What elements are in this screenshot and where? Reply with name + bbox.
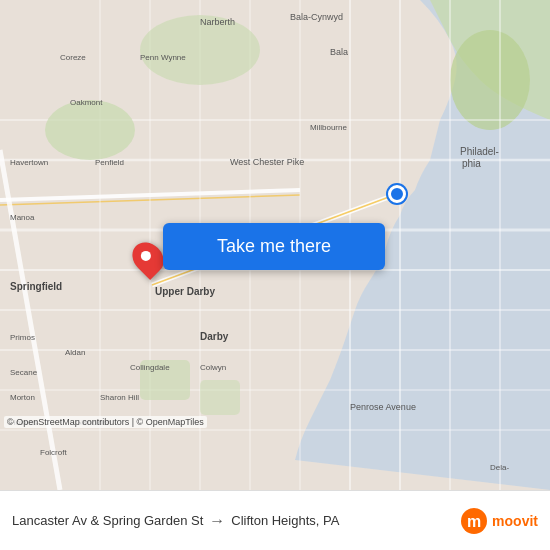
svg-text:Colwyn: Colwyn — [200, 363, 226, 372]
svg-text:phia: phia — [462, 158, 481, 169]
svg-text:Philadel-: Philadel- — [460, 146, 499, 157]
svg-text:Folcroft: Folcroft — [40, 448, 67, 457]
map-container: Oakmont Havertown Penfield Penn Wynne Na… — [0, 0, 550, 490]
svg-text:Collingdale: Collingdale — [130, 363, 170, 372]
svg-text:Secane: Secane — [10, 368, 38, 377]
svg-text:Manoa: Manoa — [10, 213, 35, 222]
svg-text:Springfield: Springfield — [10, 281, 62, 292]
svg-text:m: m — [467, 513, 481, 530]
svg-text:Dela-: Dela- — [490, 463, 509, 472]
svg-text:Bala-Cynwyd: Bala-Cynwyd — [290, 12, 343, 22]
svg-text:Darby: Darby — [200, 331, 229, 342]
svg-text:Penfield: Penfield — [95, 158, 124, 167]
svg-point-24 — [45, 100, 135, 160]
svg-point-1 — [450, 30, 530, 130]
svg-text:Bala: Bala — [330, 47, 348, 57]
svg-text:Coreze: Coreze — [60, 53, 86, 62]
svg-text:Morton: Morton — [10, 393, 35, 402]
svg-text:Penrose Avenue: Penrose Avenue — [350, 402, 416, 412]
svg-text:Millbourne: Millbourne — [310, 123, 347, 132]
moovit-icon: m — [460, 507, 488, 535]
svg-text:Penn Wynne: Penn Wynne — [140, 53, 186, 62]
svg-text:Primos: Primos — [10, 333, 35, 342]
arrow-icon: → — [209, 512, 225, 530]
svg-rect-27 — [200, 380, 240, 415]
svg-text:Sharon Hill: Sharon Hill — [100, 393, 139, 402]
map-attribution: © OpenStreetMap contributors | © OpenMap… — [4, 416, 207, 428]
route-to: Clifton Heights, PA — [231, 513, 339, 528]
route-from: Lancaster Av & Spring Garden St — [12, 513, 203, 528]
svg-text:Oakmont: Oakmont — [70, 98, 103, 107]
moovit-logo: m moovit — [460, 507, 538, 535]
take-me-there-button[interactable]: Take me there — [163, 223, 385, 270]
svg-text:West Chester Pike: West Chester Pike — [230, 157, 304, 167]
bottom-bar: Lancaster Av & Spring Garden St → Clifto… — [0, 490, 550, 550]
svg-text:Narberth: Narberth — [200, 17, 235, 27]
svg-text:Upper Darby: Upper Darby — [155, 286, 215, 297]
route-info: Lancaster Av & Spring Garden St → Clifto… — [12, 512, 339, 530]
moovit-brand-text: moovit — [492, 513, 538, 529]
svg-text:Aldan: Aldan — [65, 348, 85, 357]
origin-marker — [388, 185, 406, 203]
svg-text:Havertown: Havertown — [10, 158, 48, 167]
take-me-there-label: Take me there — [217, 236, 331, 257]
